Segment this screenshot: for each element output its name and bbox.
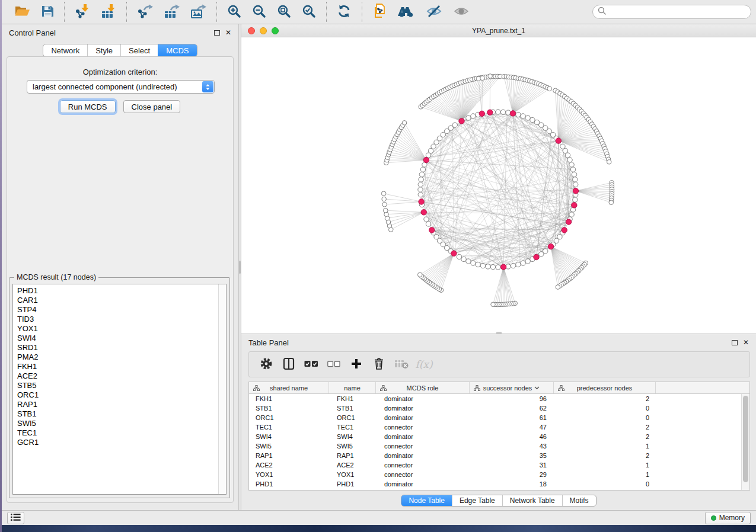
panel-menu-button[interactable] <box>7 512 24 524</box>
mcds-node-item[interactable]: SWI5 <box>17 419 226 428</box>
tab-style[interactable]: Style <box>87 44 120 56</box>
table-row[interactable]: SWI5SWI5connector431 <box>249 441 741 451</box>
columns-icon <box>283 357 295 372</box>
hide-selected-button[interactable] <box>425 2 444 21</box>
table-cell: 2 <box>554 433 656 440</box>
zoom-selected-button[interactable] <box>301 2 317 21</box>
table-row[interactable]: SWI4SWI4dominator462 <box>249 432 741 441</box>
divider-grip[interactable] <box>239 261 241 274</box>
table-cell: 61 <box>470 414 554 421</box>
clone-network-button[interactable] <box>371 2 388 21</box>
close-panel-icon[interactable]: ✕ <box>743 339 749 346</box>
show-all-button[interactable] <box>452 2 471 21</box>
mcds-node-item[interactable]: TEC1 <box>17 428 226 438</box>
mcds-node-item[interactable]: STB5 <box>17 381 226 390</box>
table-row[interactable]: TEC1TEC1connector472 <box>249 422 741 432</box>
table-scrollbar[interactable] <box>741 394 749 490</box>
optimization-value: largest connected component (undirected) <box>27 82 202 91</box>
toolbar-separator <box>216 2 217 22</box>
table-row[interactable]: STB1STB1dominator620 <box>249 403 741 413</box>
column-header-shared-name[interactable]: shared name <box>249 382 329 393</box>
table-row[interactable]: ORC1ORC1dominator610 <box>249 413 741 422</box>
mcds-node-item[interactable]: TID3 <box>17 315 226 324</box>
mcds-node-item[interactable]: STB1 <box>17 409 226 419</box>
import-table-button[interactable] <box>100 2 117 21</box>
mcds-result-list[interactable]: PHD1CAR1STP4TID3YOX1SWI4SRD1PMA2FKH1ACE2… <box>12 284 227 495</box>
mcds-node-item[interactable]: ACE2 <box>17 371 226 381</box>
mcds-node-item[interactable]: GCR1 <box>17 438 226 447</box>
mcds-node-item[interactable]: YOX1 <box>17 324 226 334</box>
window-minimize-button[interactable] <box>260 27 267 34</box>
network-window: YPA_prune.txt_1 <box>241 24 756 334</box>
export-image-button[interactable] <box>189 2 208 21</box>
zoom-fit-icon <box>277 4 291 20</box>
run-mcds-button[interactable]: Run MCDS <box>60 100 116 113</box>
column-header-successor-nodes[interactable]: successor nodes <box>470 382 554 393</box>
table-row[interactable]: YOX1YOX1connector291 <box>249 470 741 479</box>
export-table-button[interactable] <box>162 2 181 21</box>
tab-network[interactable]: Network <box>43 44 87 56</box>
optimization-select[interactable]: largest connected component (undirected) <box>27 80 215 94</box>
toolbar-separator <box>64 2 65 22</box>
table-row[interactable]: ACE2ACE2connector311 <box>249 460 741 470</box>
tab-node-table[interactable]: Node Table <box>401 495 452 506</box>
mcds-list-scrollbar[interactable] <box>218 284 226 494</box>
deselect-all-columns-button[interactable] <box>323 354 345 375</box>
float-panel-icon[interactable] <box>732 340 738 345</box>
mcds-node-item[interactable]: FKH1 <box>17 362 226 371</box>
zoom-in-button[interactable] <box>226 2 243 21</box>
table-cell: SWI5 <box>249 443 329 450</box>
zoom-out-button[interactable] <box>251 2 267 21</box>
scrollbar-thumb[interactable] <box>743 396 748 482</box>
add-column-button[interactable] <box>345 354 368 375</box>
mcds-node-item[interactable]: SRD1 <box>17 343 226 352</box>
float-panel-icon[interactable] <box>214 30 220 36</box>
import-network-button[interactable] <box>74 2 91 21</box>
mcds-node-item[interactable]: STP4 <box>17 305 226 315</box>
first-neighbors-button[interactable] <box>396 2 416 21</box>
save-session-button[interactable] <box>40 2 55 21</box>
column-header-MCDS-role[interactable]: MCDS role <box>376 382 470 393</box>
search-input[interactable] <box>607 8 746 16</box>
table-cell: YOX1 <box>249 471 329 478</box>
column-header-name[interactable]: name <box>329 382 376 393</box>
delete-column-button[interactable] <box>368 354 390 375</box>
mcds-node-item[interactable]: ORC1 <box>17 390 226 400</box>
tab-network-table[interactable]: Network Table <box>502 495 562 506</box>
select-all-columns-button[interactable] <box>300 354 323 375</box>
export-network-button[interactable] <box>136 2 154 21</box>
table-row[interactable]: FKH1FKH1dominator962 <box>249 394 741 403</box>
mcds-node-item[interactable]: SWI4 <box>17 334 226 343</box>
mcds-node-item[interactable]: RAP1 <box>17 400 226 409</box>
column-header-predecessor-nodes[interactable]: predecessor nodes <box>554 382 656 393</box>
close-panel-icon[interactable]: ✕ <box>225 29 231 36</box>
open-session-button[interactable] <box>13 2 31 21</box>
refresh-button[interactable] <box>336 2 353 21</box>
mcds-node-item[interactable]: PHD1 <box>17 286 226 296</box>
tab-edge-table[interactable]: Edge Table <box>452 495 502 506</box>
table-toolbar: f(x) <box>248 351 750 377</box>
network-canvas[interactable] <box>241 37 756 334</box>
zoom-in-icon <box>227 4 241 20</box>
show-columns-button[interactable] <box>277 354 300 375</box>
control-tabs: NetworkStyleSelectMCDS <box>43 44 197 57</box>
mcds-node-item[interactable]: CAR1 <box>17 296 226 305</box>
table-cell: SWI5 <box>329 443 376 450</box>
table-settings-button[interactable] <box>255 354 277 375</box>
trash-icon <box>373 357 385 372</box>
tab-select[interactable]: Select <box>120 44 158 56</box>
tab-mcds[interactable]: MCDS <box>158 44 196 56</box>
memory-button[interactable]: Memory <box>705 512 751 524</box>
table-row[interactable]: PHD1PHD1dominator180 <box>249 479 741 489</box>
window-zoom-button[interactable] <box>272 27 279 34</box>
tab-motifs[interactable]: Motifs <box>562 495 596 506</box>
close-panel-button[interactable]: Close panel <box>123 100 181 113</box>
app-window: Control Panel ✕ NetworkStyleSelectMCDS O… <box>2 0 756 525</box>
zoom-fit-button[interactable] <box>276 2 292 21</box>
delete-table-button[interactable] <box>390 354 413 375</box>
window-close-button[interactable] <box>248 27 255 34</box>
table-cell: 1 <box>554 471 656 478</box>
mcds-node-item[interactable]: PMA2 <box>17 352 226 362</box>
function-builder-button[interactable]: f(x) <box>413 354 435 375</box>
table-row[interactable]: RAP1RAP1dominator352 <box>249 451 741 460</box>
